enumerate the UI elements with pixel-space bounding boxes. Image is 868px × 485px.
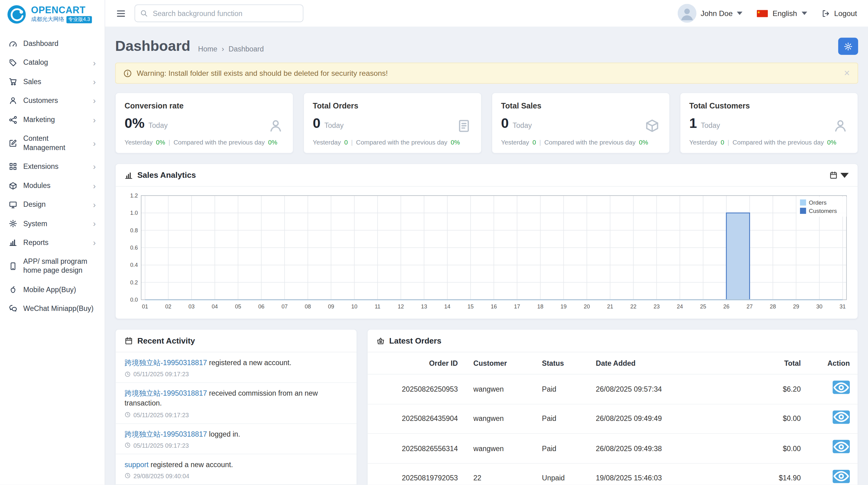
activity-user-link[interactable]: 跨境独立站-19950318817 bbox=[125, 430, 207, 438]
search-icon bbox=[140, 9, 148, 17]
chevron-right-icon: › bbox=[93, 219, 96, 228]
sidebar-item-extensions[interactable]: Extensions› bbox=[0, 157, 105, 176]
close-icon[interactable]: × bbox=[844, 68, 850, 78]
sidebar-item-content-management[interactable]: Content Management› bbox=[0, 129, 105, 157]
stat-period: Today bbox=[701, 121, 720, 130]
stat-title: Total Customers bbox=[689, 102, 849, 110]
svg-text:29: 29 bbox=[793, 304, 799, 310]
sidebar-item-label: Extensions bbox=[23, 162, 59, 171]
stat-footer: Yesterday0|Compared with the previous da… bbox=[689, 139, 849, 146]
activity-user-link[interactable]: support bbox=[125, 460, 149, 469]
user-menu[interactable]: John Doe bbox=[677, 4, 743, 23]
logout-button[interactable]: Logout bbox=[822, 9, 857, 18]
svg-text:14: 14 bbox=[444, 304, 451, 310]
dashboard-settings-button[interactable] bbox=[838, 37, 858, 55]
edit-icon bbox=[9, 139, 17, 147]
sidebar-item-app-small-program-home-page-design[interactable]: APP/ small program home page design bbox=[0, 252, 105, 280]
svg-text:1.0: 1.0 bbox=[130, 210, 138, 216]
language-label: English bbox=[773, 9, 797, 18]
cube-icon bbox=[9, 181, 17, 190]
svg-text:30: 30 bbox=[816, 304, 823, 310]
logout-icon bbox=[822, 9, 830, 18]
svg-text:04: 04 bbox=[212, 304, 218, 310]
sidebar-item-modules[interactable]: Modules› bbox=[0, 176, 105, 195]
order-id: 20250819792053 bbox=[368, 463, 466, 485]
package-icon bbox=[645, 119, 659, 133]
svg-text:06: 06 bbox=[258, 304, 265, 310]
svg-text:Orders: Orders bbox=[809, 199, 827, 206]
sidebar-item-label: Dashboard bbox=[23, 39, 59, 48]
order-customer: 22 bbox=[466, 463, 534, 485]
share-icon bbox=[9, 116, 17, 124]
activity-user-link[interactable]: 跨境独立站-19950318817 bbox=[125, 359, 207, 367]
order-row: 20250826556314wangwenPaid26/08/2025 09:4… bbox=[368, 433, 858, 463]
opencart-logo-icon bbox=[7, 4, 27, 24]
activity-timestamp: 29/08/2025 09:40:04 bbox=[133, 473, 189, 480]
sidebar-item-dashboard[interactable]: Dashboard bbox=[0, 34, 105, 53]
sidebar-item-label: System bbox=[23, 219, 48, 228]
sidebar-item-system[interactable]: System› bbox=[0, 214, 105, 233]
stat-footer: Yesterday0|Compared with the previous da… bbox=[501, 139, 660, 146]
mobile-icon bbox=[9, 262, 17, 270]
sidebar-item-catalog[interactable]: Catalog› bbox=[0, 53, 105, 73]
activity-list: 跨境独立站-19950318817 registered a new accou… bbox=[116, 352, 356, 485]
user-name: John Doe bbox=[701, 9, 733, 18]
sidebar-item-label: Marketing bbox=[23, 115, 55, 124]
sidebar-item-reports[interactable]: Reports› bbox=[0, 233, 105, 252]
activity-item: support registered a new account.29/08/2… bbox=[116, 454, 356, 485]
sidebar: OPENCART 成都光大网络 专业版4.3 DashboardCatalog›… bbox=[0, 0, 105, 485]
order-date: 26/08/2025 09:57:34 bbox=[588, 374, 735, 404]
order-date: 26/08/2025 09:49:38 bbox=[588, 433, 735, 463]
svg-text:0.8: 0.8 bbox=[130, 227, 138, 234]
orders-col-status: Status bbox=[534, 352, 588, 374]
order-date: 26/08/2025 09:49:49 bbox=[588, 404, 735, 433]
cn-flag-icon bbox=[757, 9, 768, 17]
sidebar-item-marketing[interactable]: Marketing› bbox=[0, 110, 105, 130]
svg-text:01: 01 bbox=[142, 304, 148, 310]
brand-subtitle: 成都光大网络 bbox=[31, 16, 64, 23]
info-circle-icon bbox=[123, 69, 132, 77]
breadcrumb-home[interactable]: Home bbox=[198, 45, 217, 53]
warning-text: Warning: Install folder still exists and… bbox=[137, 69, 388, 77]
chevron-right-icon: › bbox=[93, 238, 96, 247]
logo[interactable]: OPENCART 成都光大网络 专业版4.3 bbox=[0, 0, 105, 29]
svg-text:21: 21 bbox=[607, 304, 613, 310]
app-root: OPENCART 成都光大网络 专业版4.3 DashboardCatalog›… bbox=[0, 0, 868, 485]
wechat-icon bbox=[9, 305, 17, 313]
stat-value: 0% bbox=[125, 115, 145, 131]
chevron-right-icon: › bbox=[93, 201, 96, 209]
sidebar-item-wechat-miniapp-buy[interactable]: WeChat Miniapp(Buy) bbox=[0, 299, 105, 318]
brand-name: OPENCART bbox=[31, 5, 92, 15]
chevron-down-icon bbox=[802, 10, 807, 16]
view-order-button[interactable] bbox=[833, 380, 850, 394]
topbar: John Doe English Logout bbox=[105, 0, 868, 27]
chart-date-range-button[interactable] bbox=[829, 171, 848, 179]
activity-user-link[interactable]: 跨境独立站-19950318817 bbox=[125, 389, 207, 398]
sidebar-item-design[interactable]: Design› bbox=[0, 195, 105, 214]
menu-toggle-icon[interactable] bbox=[116, 9, 126, 18]
activity-message: logged in. bbox=[209, 430, 240, 438]
svg-text:1.2: 1.2 bbox=[130, 193, 138, 199]
stat-period: Today bbox=[148, 121, 167, 130]
activity-message: registered a new account. bbox=[151, 460, 233, 469]
clock-icon bbox=[125, 442, 131, 448]
view-order-button[interactable] bbox=[833, 410, 850, 423]
activity-message: registered a new account. bbox=[209, 359, 291, 367]
orders-col-customer: Customer bbox=[466, 352, 534, 374]
svg-text:15: 15 bbox=[467, 304, 473, 310]
view-order-button[interactable] bbox=[833, 469, 850, 483]
sidebar-item-mobile-app-buy[interactable]: Mobile App(Buy) bbox=[0, 280, 105, 299]
stat-card-conversion-rate: Conversion rate0%TodayYesterday0%|Compar… bbox=[115, 92, 293, 153]
search-input[interactable] bbox=[134, 4, 303, 22]
svg-text:0.2: 0.2 bbox=[130, 280, 138, 286]
viewport: OPENCART 成都光大网络 专业版4.3 DashboardCatalog›… bbox=[0, 0, 868, 485]
view-order-button[interactable] bbox=[833, 440, 850, 453]
sidebar-item-sales[interactable]: Sales› bbox=[0, 73, 105, 91]
sidebar-item-customers[interactable]: Customers› bbox=[0, 91, 105, 110]
orders-col-total: Total bbox=[735, 352, 809, 374]
bar-chart-icon bbox=[125, 171, 133, 179]
language-menu[interactable]: English bbox=[757, 9, 807, 18]
svg-text:12: 12 bbox=[398, 304, 404, 310]
sidebar-item-label: Content Management bbox=[23, 134, 87, 152]
orders-col-action: Action bbox=[809, 352, 858, 374]
